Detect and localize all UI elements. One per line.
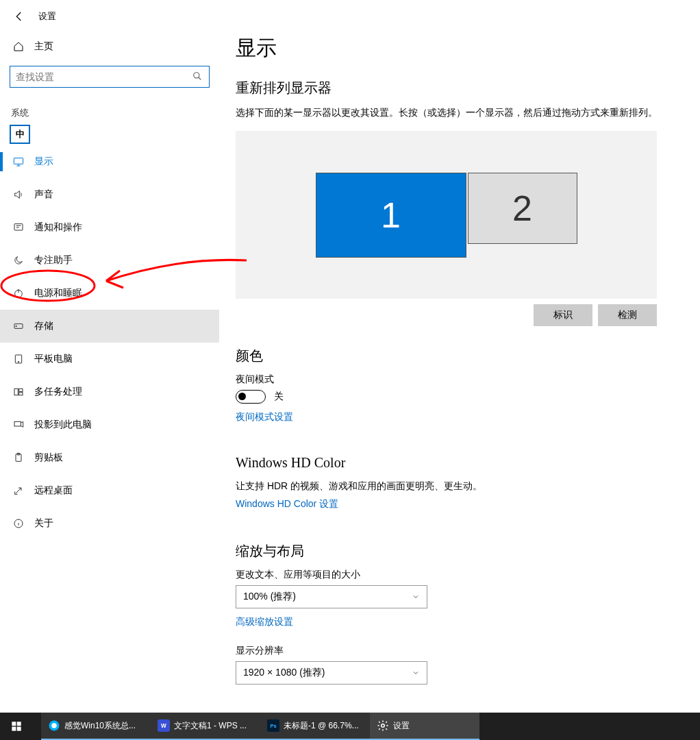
page-title: 显示 <box>236 34 684 62</box>
svg-text:W: W <box>161 723 166 729</box>
detect-button[interactable]: 检测 <box>598 304 657 326</box>
search-input[interactable] <box>16 71 192 82</box>
notification-icon <box>12 221 25 234</box>
home-label: 主页 <box>34 40 53 53</box>
scale-dropdown[interactable]: 100% (推荐) <box>236 585 427 608</box>
info-icon <box>12 517 25 530</box>
wps-icon: W <box>158 719 170 732</box>
svg-rect-19 <box>17 727 21 731</box>
sidebar-item-5[interactable]: 存储 <box>0 310 219 343</box>
multitask-icon <box>12 386 25 398</box>
sidebar-item-label: 显示 <box>34 156 53 168</box>
monitor-1[interactable]: 1 <box>316 173 466 258</box>
svg-rect-18 <box>12 727 16 731</box>
tablet-icon <box>12 353 25 365</box>
taskbar: 感觉Win10系统总...W文字文稿1 - WPS ...Ps未标题-1 @ 6… <box>0 713 700 740</box>
svg-point-26 <box>382 724 385 728</box>
display-arrange-area[interactable]: 1 2 <box>236 131 657 299</box>
night-mode-settings-link[interactable]: 夜间模式设置 <box>236 411 293 423</box>
section-label: 系统 <box>0 101 219 125</box>
remote-icon <box>12 484 25 497</box>
sidebar-item-10[interactable]: 远程桌面 <box>0 474 219 507</box>
sidebar-item-8[interactable]: 投影到此电脑 <box>0 408 219 441</box>
window-title: 设置 <box>38 10 56 23</box>
advanced-scale-link[interactable]: 高级缩放设置 <box>236 616 293 628</box>
moon-icon <box>12 254 25 267</box>
clipboard-icon <box>12 452 25 464</box>
power-icon <box>12 287 25 299</box>
back-button[interactable] <box>11 8 27 25</box>
sidebar-item-label: 关于 <box>34 517 53 530</box>
sidebar-item-4[interactable]: 电源和睡眠 <box>0 277 219 310</box>
night-mode-state: 关 <box>274 391 284 403</box>
sidebar-item-11[interactable]: 关于 <box>0 507 219 540</box>
hdr-heading: Windows HD Color <box>236 455 684 471</box>
taskbar-item-label: 文字文稿1 - WPS ... <box>174 720 247 732</box>
ime-indicator[interactable]: 中 <box>10 125 30 144</box>
sidebar-item-label: 剪贴板 <box>34 452 63 464</box>
svg-rect-2 <box>14 224 23 230</box>
browser-icon <box>48 719 60 732</box>
sidebar-item-0[interactable]: 显示 <box>0 145 219 178</box>
main-content: 显示 重新排列显示器 选择下面的某一显示器以更改其设置。长按（或选择）一个显示器… <box>219 0 700 713</box>
home-button[interactable]: 主页 <box>0 33 219 60</box>
color-heading: 颜色 <box>236 347 684 365</box>
search-icon <box>192 71 203 82</box>
taskbar-item-label: 未标题-1 @ 66.7%... <box>284 720 359 732</box>
chevron-down-icon <box>412 593 420 601</box>
sidebar-item-label: 多任务处理 <box>34 386 82 398</box>
sidebar-item-label: 专注助手 <box>34 254 73 267</box>
home-icon <box>12 41 25 52</box>
svg-rect-11 <box>14 421 21 426</box>
sidebar-item-label: 远程桌面 <box>34 484 73 497</box>
sound-icon <box>12 188 25 201</box>
monitor-2[interactable]: 2 <box>468 173 577 244</box>
sidebar: 主页 中 系统 显示声音通知和操作专注助手电源和睡眠存储平板电脑多任务处理投影到… <box>0 33 219 718</box>
svg-point-7 <box>18 361 18 362</box>
svg-rect-8 <box>14 388 18 395</box>
sidebar-item-label: 声音 <box>34 188 53 201</box>
sidebar-item-9[interactable]: 剪贴板 <box>0 441 219 474</box>
taskbar-item-2[interactable]: Ps未标题-1 @ 66.7%... <box>260 713 370 740</box>
search-box[interactable] <box>10 66 210 88</box>
identify-button[interactable]: 标识 <box>534 304 592 326</box>
svg-point-5 <box>16 325 16 326</box>
sidebar-item-3[interactable]: 专注助手 <box>0 244 219 277</box>
svg-point-21 <box>51 723 57 728</box>
resolution-dropdown[interactable]: 1920 × 1080 (推荐) <box>236 661 427 684</box>
scale-value: 100% (推荐) <box>243 591 296 603</box>
sidebar-item-label: 电源和睡眠 <box>34 287 82 299</box>
taskbar-item-label: 感觉Win10系统总... <box>64 720 136 732</box>
sidebar-item-1[interactable]: 声音 <box>0 178 219 211</box>
sidebar-item-2[interactable]: 通知和操作 <box>0 211 219 244</box>
sidebar-item-6[interactable]: 平板电脑 <box>0 343 219 375</box>
project-icon <box>12 419 25 431</box>
hdr-settings-link[interactable]: Windows HD Color 设置 <box>236 498 338 510</box>
sidebar-item-7[interactable]: 多任务处理 <box>0 375 219 408</box>
scale-heading: 缩放与布局 <box>236 542 684 560</box>
sidebar-item-label: 投影到此电脑 <box>34 419 92 431</box>
storage-icon <box>12 320 25 332</box>
sidebar-item-label: 通知和操作 <box>34 221 82 234</box>
svg-rect-16 <box>12 722 16 726</box>
sidebar-item-label: 平板电脑 <box>34 353 73 365</box>
resolution-value: 1920 × 1080 (推荐) <box>243 667 325 679</box>
night-mode-label: 夜间模式 <box>236 373 684 386</box>
taskbar-item-3[interactable]: 设置 <box>370 713 479 740</box>
ps-icon: Ps <box>267 719 279 732</box>
svg-rect-10 <box>19 393 23 395</box>
rearrange-heading: 重新排列显示器 <box>236 79 684 97</box>
gear-icon <box>377 719 389 732</box>
sidebar-item-label: 存储 <box>34 320 53 332</box>
night-mode-toggle[interactable] <box>236 390 266 404</box>
resolution-label: 显示分辨率 <box>236 645 684 657</box>
monitor-icon <box>12 156 25 168</box>
start-button[interactable] <box>0 713 33 740</box>
taskbar-item-0[interactable]: 感觉Win10系统总... <box>41 713 151 740</box>
taskbar-item-label: 设置 <box>393 720 410 732</box>
rearrange-desc: 选择下面的某一显示器以更改其设置。长按（或选择）一个显示器，然后通过拖动方式来重… <box>236 106 684 120</box>
taskbar-item-1[interactable]: W文字文稿1 - WPS ... <box>151 713 260 740</box>
svg-point-0 <box>194 73 199 78</box>
chevron-down-icon <box>412 669 420 677</box>
svg-rect-1 <box>14 158 23 164</box>
